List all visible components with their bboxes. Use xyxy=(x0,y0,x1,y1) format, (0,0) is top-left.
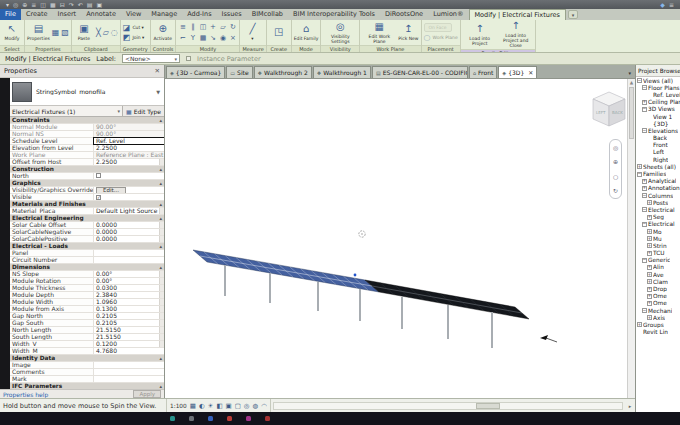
scale-tool-icon[interactable]: ↘ xyxy=(208,33,217,43)
label-dropdown[interactable]: <None> ▾ xyxy=(122,54,180,63)
ribbon-tab-view[interactable]: View xyxy=(121,9,146,20)
tree-item-clam[interactable]: +Clam xyxy=(636,278,680,285)
view-control-icon[interactable]: ☀ xyxy=(208,401,214,411)
edit-overrides-button[interactable]: Edit... xyxy=(96,187,126,193)
tree-expander[interactable]: + xyxy=(647,236,652,241)
tree-item-posts[interactable]: +Posts xyxy=(636,199,680,206)
navigation-bar[interactable]: ◎⊕○↻ xyxy=(609,139,622,199)
tree-item-mo[interactable]: +Mo xyxy=(636,228,680,235)
ribbon-tab-contextual[interactable]: Modify | Electrical Fixtures xyxy=(469,9,566,20)
view-tab-3d[interactable]: ◈{3D}✕ xyxy=(498,66,537,78)
tree-item-3d-views[interactable]: −3D Views xyxy=(636,106,680,113)
qat-icon[interactable]: ▣ xyxy=(96,1,102,8)
tree-expander[interactable]: + xyxy=(647,315,652,320)
ribbon-tab-manage[interactable]: Manage xyxy=(146,9,182,20)
match-tool[interactable]: ◌ xyxy=(111,28,118,37)
tree-expander[interactable]: + xyxy=(647,279,652,284)
property-value-work-plane[interactable]: Reference Plane : East xyxy=(94,152,164,158)
property-section-electrical-loads[interactable]: Electrical - Loads▴ xyxy=(10,243,164,250)
tree-expander[interactable]: − xyxy=(637,172,642,177)
view-control-icon[interactable]: ▢ xyxy=(235,401,241,411)
section-collapse-icon[interactable]: ▴ xyxy=(159,117,162,123)
navbar-icon[interactable]: ◎ xyxy=(613,144,618,151)
ribbon-tab-switcher[interactable]: ▾ xyxy=(568,10,579,19)
view-control-icon[interactable]: ◠ xyxy=(261,401,267,411)
tree-item-3d[interactable]: {3D} xyxy=(636,120,680,127)
tree-item-seg[interactable]: +Seg xyxy=(636,214,680,221)
value-spinner[interactable] xyxy=(159,208,164,214)
tree-expander[interactable]: − xyxy=(642,308,647,313)
tree-item-left[interactable]: Left xyxy=(636,149,680,156)
qat-icon[interactable]: ↶ xyxy=(78,1,83,8)
section-collapse-icon[interactable]: ▴ xyxy=(159,215,162,221)
visibility-settings-tool[interactable]: ◎Visibility Settings xyxy=(323,22,357,44)
section-collapse-icon[interactable]: ▴ xyxy=(159,264,162,270)
modify-tool[interactable]: ↖Modify xyxy=(2,24,22,41)
qat-icon[interactable]: ▦ xyxy=(50,1,56,8)
offset-tool-icon[interactable]: ∥ xyxy=(188,22,197,32)
qat-icon[interactable]: ◫ xyxy=(40,1,46,8)
tree-expander[interactable]: − xyxy=(642,107,647,112)
on-face-tool[interactable]: On Face xyxy=(424,23,452,32)
property-value-module-width[interactable]: 1.0960 xyxy=(94,299,159,305)
section-collapse-icon[interactable]: ▴ xyxy=(159,166,162,172)
tree-item-families[interactable]: −Families xyxy=(636,170,680,177)
value-spinner[interactable] xyxy=(159,341,164,347)
view-tab-es-gen-car-el-00-codificacio[interactable]: ▤ES-GEN-CAR-EL-00 - CODIFICACIO... xyxy=(372,66,468,78)
navbar-icon[interactable]: ↻ xyxy=(613,187,618,194)
property-value-comments[interactable] xyxy=(94,369,164,375)
property-section-constraints[interactable]: Constraints▴ xyxy=(10,117,164,124)
property-value-north-length[interactable]: 21.5150 xyxy=(94,327,159,333)
tree-item-annotation[interactable]: +Annotation xyxy=(636,185,680,192)
scrollbar-thumb[interactable] xyxy=(476,403,500,409)
taskbar-icon[interactable] xyxy=(265,416,270,421)
value-spinner[interactable] xyxy=(159,236,164,242)
value-spinner[interactable] xyxy=(159,299,164,305)
property-section-graphics[interactable]: Graphics▴ xyxy=(10,180,164,187)
chevron-down-icon[interactable]: ▼ xyxy=(156,89,162,95)
property-value-panel[interactable] xyxy=(94,250,164,256)
tree-item-mu[interactable]: +Mu xyxy=(636,235,680,242)
qat-icon[interactable]: ◎ xyxy=(13,1,18,8)
property-section-identity-data[interactable]: Identity Data▴ xyxy=(10,355,164,362)
close-icon[interactable]: ✕ xyxy=(528,69,533,76)
create-similar-tool[interactable]: ◳ xyxy=(269,27,289,39)
property-value-visible[interactable]: ✓ xyxy=(94,194,164,200)
view-control-icon[interactable]: ◐ xyxy=(199,401,205,411)
view-tab-walkthrough-1[interactable]: ❖Walkthrough 1 xyxy=(313,66,371,78)
taskbar-icon[interactable] xyxy=(227,416,232,421)
copy-modify-tool-icon[interactable]: ▱ xyxy=(218,22,227,32)
property-value-module-from-axis[interactable]: 0.1300 xyxy=(94,306,159,312)
tree-item-elevations[interactable]: −Elevations xyxy=(636,127,680,134)
view-tab-walkthrough-2[interactable]: ❖Walkthrough 2 xyxy=(254,66,312,78)
titlebar-right-icon[interactable]: ≡ xyxy=(669,1,674,8)
tree-item-front[interactable]: Front xyxy=(636,142,680,149)
property-value-ns-slope[interactable]: 0.00° xyxy=(94,271,159,277)
tree-expander[interactable]: − xyxy=(642,128,647,133)
view-tab-overflow-button[interactable]: ▾ xyxy=(625,68,634,78)
qat-icon[interactable]: ↷ xyxy=(69,1,74,8)
property-value-gap-south[interactable]: 0.2105 xyxy=(94,320,159,326)
properties-help-link[interactable]: Properties help xyxy=(3,391,48,398)
tree-expander[interactable]: + xyxy=(647,265,652,270)
titlebar-right-icon[interactable]: ◆ xyxy=(660,1,665,8)
section-collapse-icon[interactable]: ▴ xyxy=(159,201,162,207)
property-value-south-length[interactable]: 21.5150 xyxy=(94,334,159,340)
solar-carport-model[interactable] xyxy=(165,79,635,398)
view-control-icon[interactable]: ▦ xyxy=(190,401,196,411)
tree-expander[interactable]: + xyxy=(647,294,652,299)
cut-geometry-tool[interactable]: ◪Cut ▾ xyxy=(123,23,144,32)
property-value-visibility-graphics-overrides[interactable]: Edit... xyxy=(94,187,164,193)
tree-item-ome[interactable]: +Ome xyxy=(636,293,680,300)
tree-item-ref-level[interactable]: Ref. Level xyxy=(636,91,680,98)
navbar-icon[interactable]: ○ xyxy=(613,173,618,180)
tree-item-revit-lin[interactable]: Revit Lin xyxy=(636,329,680,336)
apply-button[interactable]: Apply xyxy=(133,390,161,398)
tree-item-analytical[interactable]: +Analytical xyxy=(636,178,680,185)
property-section-electrical-engineering[interactable]: Electrical Engineering▴ xyxy=(10,215,164,222)
tree-item-ceiling-plans[interactable]: +Ceiling Plans xyxy=(636,99,680,106)
view-control-icon[interactable]: ▣ xyxy=(226,401,232,411)
tree-expander[interactable]: + xyxy=(647,200,652,205)
close-icon[interactable]: ✕ xyxy=(155,67,160,75)
taskbar-icon[interactable] xyxy=(189,416,194,421)
